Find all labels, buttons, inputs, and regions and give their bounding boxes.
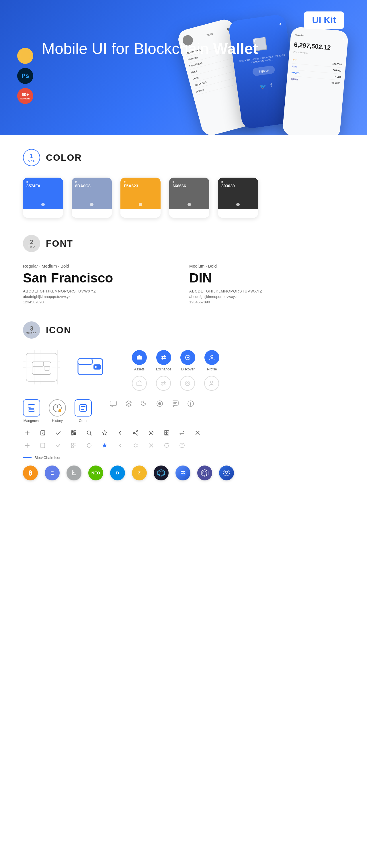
waves-icon xyxy=(175,466,190,480)
zcash-icon: Z xyxy=(132,466,147,480)
plus-icon xyxy=(23,429,32,437)
rotate-icon-gray xyxy=(162,441,171,450)
misc-icons-row xyxy=(109,399,195,408)
check-icon xyxy=(54,429,62,437)
wallet-icon-svg xyxy=(78,355,103,377)
svg-rect-5 xyxy=(93,364,101,370)
exchange-icon xyxy=(156,350,171,365)
grid-icon xyxy=(154,466,169,480)
phone-3: myWallet + 6,297,502.12 Portfolio Value … xyxy=(282,26,349,135)
blockchain-label-row: BlockChain Icon xyxy=(23,456,344,460)
color-section: 1 ONE COLOR # 3574FA # 8DA0C8 xyxy=(23,149,344,218)
svg-rect-54 xyxy=(74,434,75,435)
swatch-gray: # 666666 xyxy=(169,178,209,218)
svg-point-61 xyxy=(137,434,138,435)
swatch-blue: # 3574FA xyxy=(23,178,63,218)
moon-icon xyxy=(140,399,148,408)
small-icons-row-2 xyxy=(23,441,344,450)
history-icon-item: ! History xyxy=(49,399,66,423)
swap-icon xyxy=(178,429,186,437)
search-icon xyxy=(85,429,93,437)
check-icon-gray xyxy=(54,441,62,450)
management-icon xyxy=(23,399,40,416)
sign-up-button[interactable]: Sign up xyxy=(252,65,275,76)
svg-rect-49 xyxy=(72,431,73,432)
circle-icon-gray xyxy=(85,441,93,450)
swatch-dark: # 303030 xyxy=(218,178,258,218)
svg-rect-55 xyxy=(75,433,76,434)
neo-icon: NEO xyxy=(88,466,103,480)
chat-icon xyxy=(109,399,117,408)
blockchain-label: BlockChain Icon xyxy=(34,456,61,460)
swatch-gray-blue: # 8DA0C8 xyxy=(72,178,112,218)
history-icon: ! xyxy=(49,399,66,416)
chevron-left-icon xyxy=(116,429,124,437)
svg-point-60 xyxy=(133,432,135,434)
font-grid: Regular · Medium · Bold San Francisco AB… xyxy=(23,264,344,304)
svg-marker-92 xyxy=(201,469,208,476)
info-icon-gray xyxy=(178,441,186,450)
svg-point-97 xyxy=(226,473,227,474)
small-icons-row-1 xyxy=(23,429,344,437)
star-icon xyxy=(101,429,109,437)
font-section-header: 2 TWO FONT xyxy=(23,235,344,252)
download-icon xyxy=(162,429,171,437)
svg-point-59 xyxy=(137,431,138,432)
icon-title: ICON xyxy=(46,325,71,336)
svg-marker-12 xyxy=(137,381,142,385)
svg-point-6 xyxy=(95,366,96,368)
icon-grid-top: Assets Exchange xyxy=(23,350,344,391)
svg-line-57 xyxy=(90,434,91,435)
discover-icon xyxy=(180,350,195,365)
svg-rect-2 xyxy=(44,366,50,370)
svg-rect-16 xyxy=(28,404,35,411)
qr-icon xyxy=(69,429,78,437)
svg-point-13 xyxy=(185,381,190,385)
svg-marker-77 xyxy=(102,443,107,447)
svg-marker-8 xyxy=(139,355,142,356)
bitcoin-icon: ₿ xyxy=(23,466,38,480)
svg-marker-58 xyxy=(102,431,107,435)
x-icon-gray xyxy=(147,441,156,450)
info-icon xyxy=(186,399,195,408)
icon-wireframe-container xyxy=(23,350,60,384)
hero-section: Ps 60+ Screens Mobile UI for Blockchain … xyxy=(0,0,367,135)
close-icon xyxy=(193,429,202,437)
svg-rect-52 xyxy=(74,433,75,434)
nav-icons-container: Assets Exchange xyxy=(132,350,219,391)
discover-icon-outline xyxy=(180,376,195,391)
svg-marker-28 xyxy=(126,401,132,404)
svg-point-36 xyxy=(190,402,191,403)
chevron-left-icon-gray xyxy=(116,441,124,450)
svg-line-62 xyxy=(135,432,137,433)
document-plus-icon xyxy=(38,429,47,437)
svg-marker-84 xyxy=(159,471,163,475)
settings-icon xyxy=(147,429,156,437)
font-title: FONT xyxy=(46,238,73,249)
svg-rect-51 xyxy=(72,434,73,435)
share-icon xyxy=(131,429,140,437)
svg-rect-4 xyxy=(78,359,92,364)
svg-point-14 xyxy=(187,382,188,384)
icon-section: 3 THREE ICON xyxy=(23,321,344,480)
doc-icon-gray xyxy=(38,441,47,450)
app-icons-row: Mangment ! History xyxy=(23,399,344,423)
coin-row: ₿ Ξ Ł NEO D Z xyxy=(23,466,344,480)
svg-rect-1 xyxy=(32,362,44,366)
profile-icon-outline xyxy=(204,376,219,391)
section-num-3: 3 THREE xyxy=(23,321,40,339)
icon-section-header: 3 THREE ICON xyxy=(23,321,344,339)
svg-rect-0 xyxy=(32,362,51,374)
font-section: 2 TWO FONT Regular · Medium · Bold San F… xyxy=(23,235,344,304)
svg-point-56 xyxy=(87,431,91,434)
qr-icon-gray xyxy=(69,441,78,450)
blockchain-divider-line xyxy=(23,457,32,458)
color-title: COLOR xyxy=(46,152,82,163)
svg-point-15 xyxy=(210,381,213,383)
exchange-icon-item: Exchange xyxy=(156,350,171,371)
speech-icon xyxy=(171,399,179,408)
svg-point-64 xyxy=(150,432,152,434)
svg-rect-73 xyxy=(72,443,74,445)
assets-icon-item: Assets xyxy=(132,350,147,371)
font-item-sf: Regular · Medium · Bold San Francisco AB… xyxy=(23,264,178,304)
